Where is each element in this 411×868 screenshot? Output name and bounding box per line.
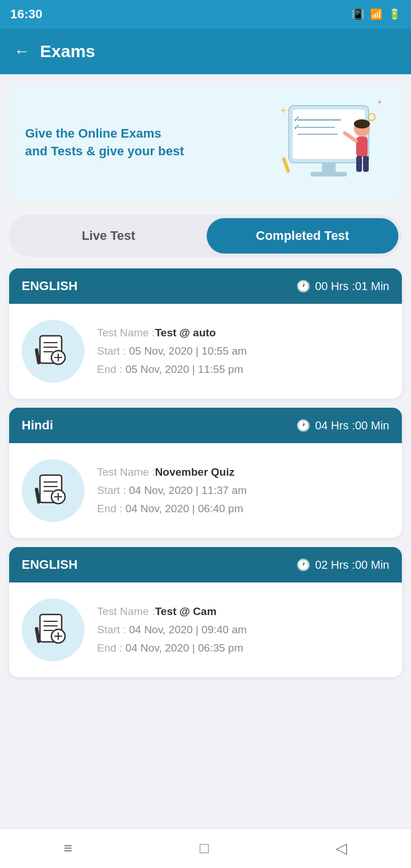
svg-rect-10 (356, 136, 368, 157)
svg-rect-8 (311, 172, 347, 176)
svg-rect-7 (322, 163, 336, 173)
start-line: Start : 05 Nov, 2020 | 10:55 am (97, 345, 247, 357)
card-duration: 🕐 00 Hrs :01 Min (296, 279, 389, 293)
cards-list: ENGLISH 🕐 00 Hrs :01 Min (0, 263, 411, 689)
end-line: End : 04 Nov, 2020 | 06:35 pm (97, 642, 247, 654)
test-name-line: Test Name :Test @ auto (97, 327, 247, 339)
bottom-navigation: ≡ □ ◁ (0, 828, 411, 868)
promo-banner: Give the Online Exams and Tests & give y… (9, 86, 402, 200)
tab-live-test[interactable]: Live Test (13, 218, 204, 254)
duration-value: 00 Hrs :01 Min (315, 280, 389, 293)
back-nav-icon[interactable]: ◁ (336, 839, 347, 857)
test-details: Test Name :November Quiz Start : 04 Nov,… (97, 466, 247, 515)
card-subject: ENGLISH (22, 279, 78, 294)
test-card[interactable]: Hindi 🕐 04 Hrs :00 Min (9, 408, 402, 538)
start-line: Start : 04 Nov, 2020 | 11:37 am (97, 484, 247, 497)
svg-text:✓: ✓ (293, 122, 300, 131)
banner-text: Give the Online Exams and Tests & give y… (25, 125, 184, 160)
duration-value: 04 Hrs :00 Min (315, 419, 389, 432)
status-icons: 📳 📶 🔋 (352, 8, 401, 21)
battery-icon: 🔋 (388, 8, 401, 21)
clock-icon: 🕐 (296, 558, 311, 572)
test-icon (22, 459, 84, 522)
card-subject: ENGLISH (22, 557, 78, 572)
svg-text:+: + (377, 97, 382, 106)
svg-point-14 (354, 119, 370, 128)
test-card[interactable]: ENGLISH 🕐 00 Hrs :01 Min (9, 268, 402, 399)
test-name-line: Test Name :Test @ Cam (97, 605, 247, 618)
card-body: Test Name :Test @ Cam Start : 04 Nov, 20… (9, 582, 402, 677)
card-header: ENGLISH 🕐 00 Hrs :01 Min (9, 268, 402, 304)
clock-icon: 🕐 (296, 279, 311, 293)
home-icon[interactable]: □ (200, 839, 209, 857)
test-name-line: Test Name :November Quiz (97, 466, 247, 479)
back-button[interactable]: ← (14, 42, 30, 61)
card-duration: 🕐 02 Hrs :00 Min (296, 558, 389, 572)
end-line: End : 04 Nov, 2020 | 06:40 pm (97, 503, 247, 515)
svg-text:+: + (280, 105, 287, 116)
vibrate-icon: 📳 (352, 8, 364, 21)
svg-rect-12 (356, 156, 362, 172)
test-icon (22, 320, 84, 383)
menu-icon[interactable]: ≡ (64, 839, 72, 857)
app-header: ← Exams (0, 29, 411, 74)
card-duration: 🕐 04 Hrs :00 Min (296, 419, 389, 432)
card-body: Test Name :Test @ auto Start : 05 Nov, 2… (9, 304, 402, 399)
test-icon (22, 598, 84, 661)
card-header: ENGLISH 🕐 02 Hrs :00 Min (9, 547, 402, 582)
status-bar: 16:30 📳 📶 🔋 (0, 0, 411, 29)
test-details: Test Name :Test @ Cam Start : 04 Nov, 20… (97, 605, 247, 654)
test-details: Test Name :Test @ auto Start : 05 Nov, 2… (97, 327, 247, 376)
card-body: Test Name :November Quiz Start : 04 Nov,… (9, 443, 402, 538)
duration-value: 02 Hrs :00 Min (315, 558, 389, 572)
svg-rect-13 (363, 156, 369, 172)
tabs-container: Live Test Completed Test (9, 215, 402, 257)
card-subject: Hindi (22, 418, 53, 433)
end-line: End : 05 Nov, 2020 | 11:55 pm (97, 363, 247, 376)
wifi-icon: 📶 (370, 8, 382, 21)
clock-icon: 🕐 (296, 419, 311, 432)
start-line: Start : 04 Nov, 2020 | 09:40 am (97, 624, 247, 636)
status-time: 16:30 (10, 7, 42, 22)
card-header: Hindi 🕐 04 Hrs :00 Min (9, 408, 402, 443)
banner-illustration: ✓ ✓ + + (272, 94, 386, 191)
test-card[interactable]: ENGLISH 🕐 02 Hrs :00 Min (9, 547, 402, 677)
tab-completed-test[interactable]: Completed Test (207, 218, 398, 254)
page-title: Exams (40, 42, 95, 61)
